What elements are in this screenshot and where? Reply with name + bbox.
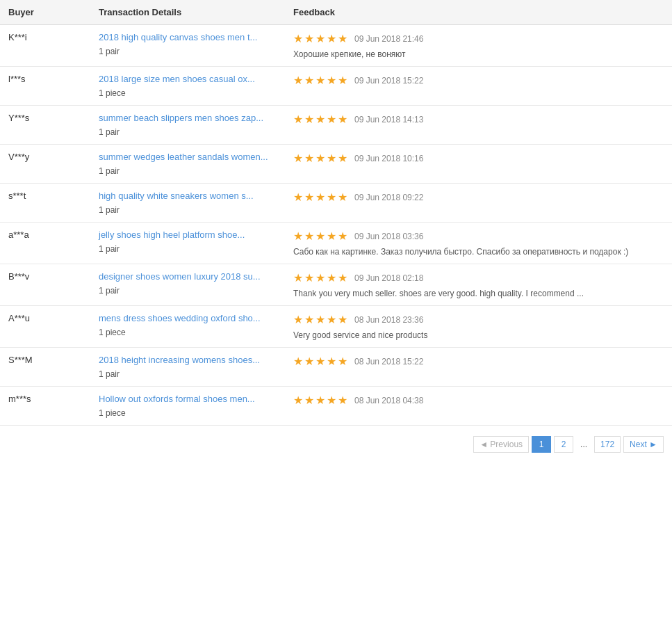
table-row: m***sHollow out oxfords formal shoes men… [0, 387, 672, 426]
star-icon: ★ [304, 191, 314, 204]
star-rating: ★★★★★ [293, 313, 347, 326]
star-icon: ★ [338, 271, 347, 284]
star-icon: ★ [327, 74, 336, 87]
page-172-button[interactable]: 172 [594, 436, 621, 453]
star-icon: ★ [304, 74, 314, 87]
previous-button[interactable]: ◄ Previous [473, 436, 529, 453]
quantity-label: 1 piece [99, 328, 277, 337]
pagination: ◄ Previous 1 2 ... 172 Next ► [0, 425, 672, 463]
feedback-text: Хорошие крепкие, не воняют [293, 49, 664, 59]
star-icon: ★ [315, 191, 325, 204]
star-icon: ★ [293, 152, 303, 165]
star-icon: ★ [315, 230, 325, 243]
star-icon: ★ [327, 313, 336, 326]
star-icon: ★ [338, 152, 347, 165]
transaction-link[interactable]: designer shoes women luxury 2018 su... [99, 271, 277, 282]
star-icon: ★ [338, 313, 347, 326]
star-icon: ★ [338, 32, 347, 45]
star-icon: ★ [327, 152, 336, 165]
star-icon: ★ [293, 191, 303, 204]
star-icon: ★ [293, 32, 303, 45]
quantity-label: 1 pair [99, 127, 277, 137]
star-icon: ★ [315, 32, 325, 45]
transaction-link[interactable]: summer beach slippers men shoes zap... [99, 113, 277, 123]
feedback-date: 08 Jun 2018 04:38 [354, 396, 423, 405]
buyer-name: V***y [8, 152, 29, 162]
table-row: V***ysummer wedges leather sandals women… [0, 145, 672, 184]
table-row: a***ajelly shoes high heel platform shoe… [0, 223, 672, 264]
star-icon: ★ [315, 113, 325, 126]
table-row: Y***ssummer beach slippers men shoes zap… [0, 106, 672, 145]
star-icon: ★ [315, 394, 325, 407]
feedback-text: Very good service and nice products [293, 330, 664, 340]
column-header-feedback: Feedback [285, 0, 672, 25]
table-header-row: Buyer Transaction Details Feedback [0, 0, 672, 25]
star-icon: ★ [293, 271, 303, 284]
next-button[interactable]: Next ► [623, 436, 664, 453]
star-icon: ★ [304, 230, 314, 243]
quantity-label: 1 piece [99, 408, 277, 418]
star-icon: ★ [327, 355, 336, 368]
star-icon: ★ [338, 113, 347, 126]
reviews-table: Buyer Transaction Details Feedback K***i… [0, 0, 672, 425]
buyer-name: S***M [8, 355, 33, 365]
page-2-button[interactable]: 2 [554, 436, 573, 453]
star-icon: ★ [338, 74, 347, 87]
quantity-label: 1 pair [99, 244, 277, 254]
table-row: s***thigh quality white sneakers women s… [0, 184, 672, 223]
star-rating: ★★★★★ [293, 32, 347, 45]
star-rating: ★★★★★ [293, 74, 347, 87]
feedback-date: 09 Jun 2018 15:22 [354, 76, 423, 86]
star-icon: ★ [315, 313, 325, 326]
star-icon: ★ [304, 32, 314, 45]
star-icon: ★ [304, 394, 314, 407]
transaction-link[interactable]: summer wedges leather sandals women... [99, 152, 277, 162]
star-icon: ★ [293, 394, 303, 407]
page-1-button[interactable]: 1 [532, 436, 551, 453]
star-icon: ★ [304, 271, 314, 284]
star-icon: ★ [327, 230, 336, 243]
transaction-link[interactable]: jelly shoes high heel platform shoe... [99, 230, 277, 240]
quantity-label: 1 pair [99, 166, 277, 176]
star-icon: ★ [315, 355, 325, 368]
feedback-date: 09 Jun 2018 03:36 [354, 232, 423, 241]
transaction-link[interactable]: Hollow out oxfords formal shoes men... [99, 394, 277, 404]
buyer-name: m***s [8, 394, 31, 404]
star-rating: ★★★★★ [293, 191, 347, 204]
column-header-transaction: Transaction Details [90, 0, 285, 25]
transaction-link[interactable]: 2018 height increasing womens shoes... [99, 355, 277, 365]
star-icon: ★ [327, 394, 336, 407]
transaction-link[interactable]: 2018 high quality canvas shoes men t... [99, 32, 277, 42]
star-icon: ★ [304, 313, 314, 326]
feedback-text: Сабо как на картинке. Заказ получила быс… [293, 247, 664, 257]
quantity-label: 1 piece [99, 88, 277, 98]
table-row: S***M2018 height increasing womens shoes… [0, 348, 672, 387]
buyer-name: Y***s [8, 113, 29, 123]
star-icon: ★ [338, 191, 347, 204]
star-icon: ★ [315, 152, 325, 165]
star-rating: ★★★★★ [293, 230, 347, 243]
star-icon: ★ [338, 355, 347, 368]
transaction-link[interactable]: high quality white sneakers women s... [99, 191, 277, 201]
star-icon: ★ [304, 152, 314, 165]
star-icon: ★ [304, 113, 314, 126]
transaction-link[interactable]: 2018 large size men shoes casual ox... [99, 74, 277, 84]
star-rating: ★★★★★ [293, 113, 347, 126]
buyer-name: l***s [8, 74, 26, 84]
feedback-date: 09 Jun 2018 21:46 [354, 34, 423, 44]
star-rating: ★★★★★ [293, 355, 347, 368]
star-icon: ★ [327, 271, 336, 284]
transaction-link[interactable]: mens dress shoes wedding oxford sho... [99, 313, 277, 323]
star-icon: ★ [293, 230, 303, 243]
buyer-name: s***t [8, 191, 26, 201]
star-icon: ★ [327, 191, 336, 204]
feedback-text: Thank you very much seller. shoes are ve… [293, 289, 664, 298]
table-row: B***vdesigner shoes women luxury 2018 su… [0, 264, 672, 306]
star-rating: ★★★★★ [293, 271, 347, 284]
page-ellipsis: ... [576, 437, 591, 452]
quantity-label: 1 pair [99, 205, 277, 215]
star-icon: ★ [293, 355, 303, 368]
star-icon: ★ [338, 394, 347, 407]
buyer-name: K***i [8, 32, 27, 42]
star-icon: ★ [315, 74, 325, 87]
